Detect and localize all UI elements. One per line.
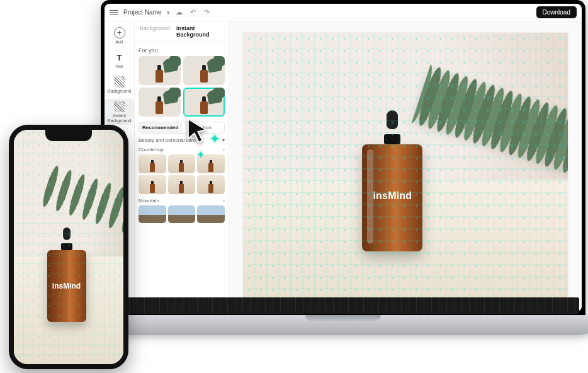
top-bar: Project Name ▾ ☁ ↶ ↷ Download: [105, 4, 582, 21]
laptop-base: [88, 315, 588, 335]
chevron-right-icon[interactable]: ›: [223, 198, 225, 204]
chevron-down-icon[interactable]: ▾: [222, 137, 225, 143]
sparkle-hatch-icon: [114, 101, 125, 112]
rail-add-label: Add: [115, 40, 123, 44]
rail-instant-background[interactable]: Instant Background: [105, 99, 134, 125]
cat-countertop-label[interactable]: Countertop: [139, 147, 164, 152]
bg-thumb[interactable]: [183, 56, 225, 85]
rail-text[interactable]: T Text: [105, 50, 134, 71]
seg-recommended[interactable]: Recommended: [139, 122, 182, 133]
laptop-keyboard: [107, 297, 579, 314]
rail-add[interactable]: + Add: [105, 25, 134, 46]
bg-thumb[interactable]: [197, 175, 225, 194]
bg-thumb[interactable]: [139, 56, 181, 85]
for-you-label: For you: [139, 47, 225, 54]
canvas-area: insMind: [229, 21, 582, 311]
cat-mountain-label[interactable]: Mountain: [139, 198, 159, 204]
rail-text-label: Text: [115, 64, 123, 69]
panel-tabs: Background Instant Background: [135, 21, 229, 42]
undo-icon[interactable]: ↶: [189, 8, 198, 17]
chevron-right-icon[interactable]: ›: [223, 147, 225, 152]
hamburger-icon[interactable]: [110, 10, 118, 14]
bg-thumb[interactable]: [139, 205, 166, 223]
phone-notch: [45, 130, 92, 141]
bg-thumb[interactable]: [139, 88, 181, 117]
bg-thumb[interactable]: [168, 205, 196, 223]
alignment-grid-overlay: [14, 130, 123, 364]
bg-thumb[interactable]: [139, 154, 166, 173]
dropper-icon: [380, 110, 405, 144]
rail-background[interactable]: Background: [105, 74, 134, 95]
hatch-icon: [114, 76, 125, 88]
laptop-screen: Project Name ▾ ☁ ↶ ↷ Download + Add T Te…: [101, 0, 585, 315]
panel-body: For you Recommended Custom Beau: [135, 42, 229, 311]
redo-icon[interactable]: ↷: [203, 8, 212, 17]
rail-background-label: Background: [108, 89, 131, 93]
side-panel: Background Instant Background For you Re: [135, 21, 229, 311]
bg-thumb-selected[interactable]: [183, 88, 225, 117]
tab-instant-background[interactable]: Instant Background: [176, 25, 223, 38]
cloud-sync-icon[interactable]: ☁: [175, 8, 184, 17]
text-icon: T: [114, 52, 125, 63]
sparkle-icon: ✦: [209, 131, 220, 147]
chevron-down-icon[interactable]: ▾: [167, 9, 170, 16]
download-button[interactable]: Download: [536, 6, 577, 18]
product-brand-text: insMind: [373, 190, 412, 202]
tab-background[interactable]: Background: [140, 25, 170, 38]
canvas[interactable]: insMind: [243, 33, 567, 299]
app-window: Project Name ▾ ☁ ↶ ↷ Download + Add T Te…: [105, 4, 582, 311]
bg-thumb[interactable]: [197, 205, 225, 223]
main-area: + Add T Text Background Instant Backgrou…: [105, 21, 582, 311]
bg-thumb[interactable]: [168, 154, 196, 173]
laptop-mockup: Project Name ▾ ☁ ↶ ↷ Download + Add T Te…: [101, 0, 585, 362]
plus-icon: +: [114, 27, 125, 38]
project-name[interactable]: Project Name: [123, 9, 162, 16]
sparkle-icon: ✦: [196, 149, 205, 161]
phone-mockup: insMind: [9, 125, 128, 369]
bg-thumb[interactable]: [139, 175, 166, 194]
product-bottle[interactable]: insMind: [362, 144, 422, 251]
bg-thumb[interactable]: [168, 175, 196, 194]
phone-screen: insMind: [14, 130, 123, 364]
cursor-pointer-icon: [186, 117, 208, 142]
rail-instant-label: Instant Background: [105, 113, 134, 123]
